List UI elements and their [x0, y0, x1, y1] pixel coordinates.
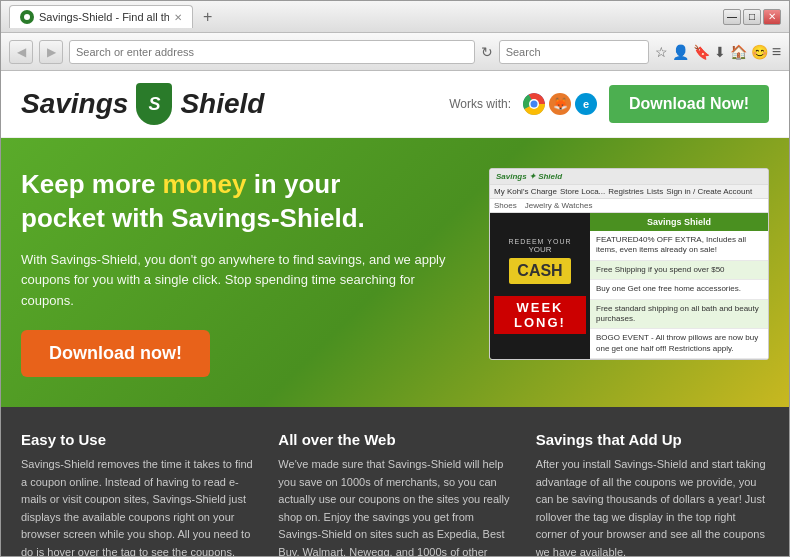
logo-text-shield: Shield [180, 88, 264, 120]
browser-tab[interactable]: Savings-Shield - Find all th... ✕ [9, 5, 193, 28]
hero-section: Keep more money in yourpocket with Savin… [1, 138, 789, 407]
browser-window: Savings-Shield - Find all th... ✕ + — □ … [0, 0, 790, 557]
user-icon[interactable]: 👤 [672, 44, 689, 60]
logo: Savings S Shield [21, 83, 264, 125]
svg-point-2 [531, 101, 538, 108]
browser-compatibility-icons: 🦊 e [523, 93, 597, 115]
coupon-preview: Savings ✦ Shield My Kohl's Charge Store … [489, 168, 769, 360]
site-header: Savings S Shield Works with: [1, 71, 789, 138]
coupon-deal-3: Buy one Get one free home accessories. [590, 280, 768, 299]
window-controls: — □ ✕ [723, 9, 781, 25]
coupon-preview-card: Savings ✦ Shield My Kohl's Charge Store … [489, 168, 769, 360]
feature-desc-2: We've made sure that Savings-Shield will… [278, 456, 511, 556]
header-download-button[interactable]: Download Now! [609, 85, 769, 123]
minimize-button[interactable]: — [723, 9, 741, 25]
logo-shield-letter: S [148, 94, 160, 115]
coupon-week-long: WEEK LONG! [494, 296, 586, 334]
close-button[interactable]: ✕ [763, 9, 781, 25]
feature-desc-1: Savings-Shield removes the time it takes… [21, 456, 254, 556]
tab-close-button[interactable]: ✕ [174, 12, 182, 23]
forward-button[interactable]: ▶ [39, 40, 63, 64]
menu-icon[interactable]: ≡ [772, 43, 781, 61]
tab-title: Savings-Shield - Find all th... [39, 11, 169, 23]
features-section: Easy to Use Savings-Shield removes the t… [1, 407, 789, 556]
logo-text-savings: Savings [21, 88, 128, 120]
coupon-deal-1: FEATURED40% OFF EXTRA, Includes all item… [590, 231, 768, 261]
maximize-button[interactable]: □ [743, 9, 761, 25]
download-icon[interactable]: ⬇ [714, 44, 726, 60]
home-icon[interactable]: 🏠 [730, 44, 747, 60]
coupon-deal-5: BOGO EVENT - All throw pillows are now b… [590, 329, 768, 359]
feature-title-1: Easy to Use [21, 431, 254, 448]
bookmark-icon[interactable]: 🔖 [693, 44, 710, 60]
refresh-icon[interactable]: ↻ [481, 44, 493, 60]
search-input[interactable] [499, 40, 649, 64]
works-with-label: Works with: [449, 97, 511, 111]
coupon-cash-badge: CASH [509, 258, 570, 284]
coupon-subnav: Shoes Jewelry & Watches [490, 199, 768, 213]
star-icon[interactable]: ☆ [655, 44, 668, 60]
ie-icon: e [575, 93, 597, 115]
coupon-deal-4: Free standard shipping on all bath and b… [590, 300, 768, 330]
hero-highlight: money [163, 169, 247, 199]
coupon-deal-header: Savings Shield [590, 213, 768, 231]
chrome-icon [523, 93, 545, 115]
feature-desc-3: After you install Savings-Shield and sta… [536, 456, 769, 556]
hero-description: With Savings-Shield, you don't go anywhe… [21, 250, 469, 312]
title-bar: Savings-Shield - Find all th... ✕ + — □ … [1, 1, 789, 33]
coupon-deal-2: Free Shipping if you spend over $50 [590, 261, 768, 280]
coupon-deals: Savings Shield FEATURED40% OFF EXTRA, In… [590, 213, 768, 359]
coupon-header: Savings ✦ Shield [490, 169, 768, 185]
back-button[interactable]: ◀ [9, 40, 33, 64]
hero-content: Keep more money in yourpocket with Savin… [21, 168, 469, 377]
coupon-your-text: YOUR [528, 245, 551, 254]
browser-toolbar: ◀ ▶ ↻ ☆ 👤 🔖 ⬇ 🏠 😊 ≡ [1, 33, 789, 71]
feature-all-over-web: All over the Web We've made sure that Sa… [278, 431, 511, 556]
hero-title: Keep more money in yourpocket with Savin… [21, 168, 469, 236]
header-right: Works with: 🦊 [449, 85, 769, 123]
page-content: Savings S Shield Works with: [1, 71, 789, 556]
coupon-body: REDEEM YOUR YOUR CASH WEEK LONG! Savings… [490, 213, 768, 359]
feature-easy-to-use: Easy to Use Savings-Shield removes the t… [21, 431, 254, 556]
tab-favicon-icon [20, 10, 34, 24]
hero-download-button[interactable]: Download now! [21, 330, 210, 377]
coupon-nav: My Kohl's Charge Store Loca... Registrie… [490, 185, 768, 199]
coupon-sidebar: REDEEM YOUR YOUR CASH WEEK LONG! [490, 213, 590, 359]
emoji-icon[interactable]: 😊 [751, 44, 768, 60]
logo-shield-icon: S [136, 83, 172, 125]
address-bar[interactable] [69, 40, 475, 64]
firefox-icon: 🦊 [549, 93, 571, 115]
feature-savings-add-up: Savings that Add Up After you install Sa… [536, 431, 769, 556]
coupon-redeem-text: REDEEM YOUR [509, 238, 572, 245]
feature-title-3: Savings that Add Up [536, 431, 769, 448]
toolbar-icons: ☆ 👤 🔖 ⬇ 🏠 😊 ≡ [655, 43, 781, 61]
feature-title-2: All over the Web [278, 431, 511, 448]
new-tab-button[interactable]: + [199, 8, 216, 26]
coupon-logo: Savings ✦ Shield [496, 172, 562, 181]
